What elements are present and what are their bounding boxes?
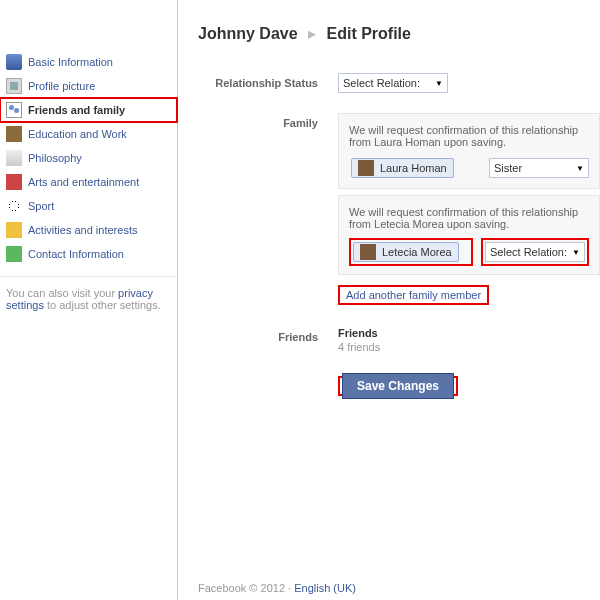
relationship-status-label: Relationship Status <box>198 73 338 93</box>
family-relation-select[interactable]: Select Relation:▼ <box>485 242 585 262</box>
sidebar-item-friends-and-family[interactable]: Friends and family <box>0 98 177 122</box>
language-link[interactable]: English (UK) <box>294 582 356 594</box>
main-content: Johnny Dave ▸ Edit Profile Relationship … <box>178 0 600 600</box>
friends-heading: Friends <box>338 327 600 339</box>
phil-icon <box>6 150 22 166</box>
sidebar-note: You can also visit your privacy settings… <box>0 276 177 321</box>
edu-icon <box>6 126 22 142</box>
friends-label: Friends <box>198 327 338 353</box>
sidebar-item-activities-and-interests[interactable]: Activities and interests <box>0 218 177 242</box>
sidebar-item-label: Philosophy <box>28 152 82 164</box>
sidebar-item-basic-information[interactable]: Basic Information <box>0 50 177 74</box>
breadcrumb-user[interactable]: Johnny Dave <box>198 25 298 42</box>
save-changes-button[interactable]: Save Changes <box>342 373 454 399</box>
sidebar-item-label: Sport <box>28 200 54 212</box>
breadcrumb-page: Edit Profile <box>327 25 411 42</box>
avatar <box>360 244 376 260</box>
family-member-block: We will request confirmation of this rel… <box>338 195 600 275</box>
family-label: Family <box>198 113 338 281</box>
sidebar-item-label: Education and Work <box>28 128 127 140</box>
sidebar-item-label: Activities and interests <box>28 224 137 236</box>
sport-icon <box>6 198 22 214</box>
sidebar-item-contact-information[interactable]: Contact Information <box>0 242 177 266</box>
basic-icon <box>6 54 22 70</box>
act-icon <box>6 222 22 238</box>
footer: Facebook © 2012 · English (UK) <box>198 582 356 594</box>
breadcrumb: Johnny Dave ▸ Edit Profile <box>198 24 600 43</box>
sidebar-item-label: Profile picture <box>28 80 95 92</box>
avatar <box>358 160 374 176</box>
family-member-name[interactable]: Letecia Morea <box>353 242 459 262</box>
photo-icon <box>6 78 22 94</box>
sidebar-item-sport[interactable]: Sport <box>0 194 177 218</box>
sidebar-item-arts-and-entertainment[interactable]: Arts and entertainment <box>0 170 177 194</box>
sidebar-item-profile-picture[interactable]: Profile picture <box>0 74 177 98</box>
family-confirm-message: We will request confirmation of this rel… <box>349 124 589 148</box>
family-member-block: We will request confirmation of this rel… <box>338 113 600 189</box>
family-relation-select[interactable]: Sister▼ <box>489 158 589 178</box>
contact-icon <box>6 246 22 262</box>
sidebar-item-label: Arts and entertainment <box>28 176 139 188</box>
chevron-down-icon: ▼ <box>435 79 443 88</box>
sidebar-item-label: Contact Information <box>28 248 124 260</box>
relationship-status-select[interactable]: Select Relation:▼ <box>338 73 448 93</box>
chevron-down-icon: ▼ <box>572 248 580 257</box>
family-member-name[interactable]: Laura Homan <box>351 158 454 178</box>
sidebar-item-label: Basic Information <box>28 56 113 68</box>
sidebar-item-education-and-work[interactable]: Education and Work <box>0 122 177 146</box>
add-family-member-link[interactable]: Add another family member <box>342 287 485 303</box>
sidebar-item-label: Friends and family <box>28 104 125 116</box>
friends-icon <box>6 102 22 118</box>
family-confirm-message: We will request confirmation of this rel… <box>349 206 589 230</box>
friends-count: 4 friends <box>338 341 600 353</box>
chevron-right-icon: ▸ <box>308 25 316 42</box>
arts-icon <box>6 174 22 190</box>
sidebar: Basic InformationProfile pictureFriends … <box>0 0 178 600</box>
sidebar-item-philosophy[interactable]: Philosophy <box>0 146 177 170</box>
chevron-down-icon: ▼ <box>576 164 584 173</box>
